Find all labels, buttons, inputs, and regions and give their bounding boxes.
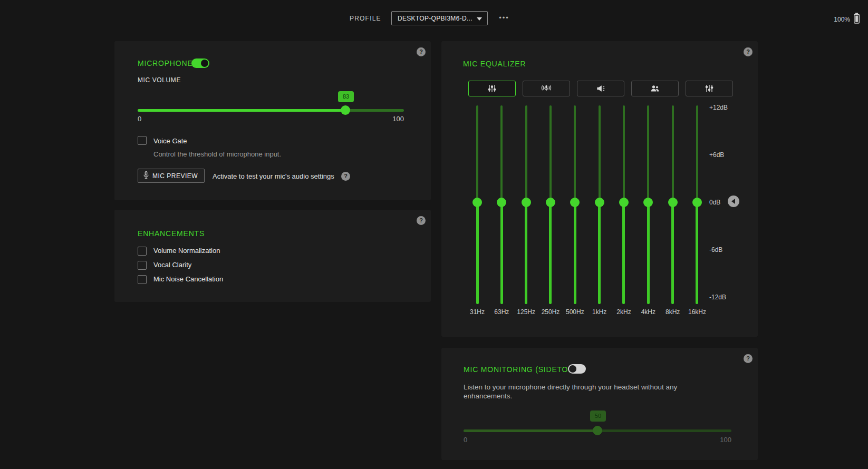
eq-band-knob-4khz[interactable] bbox=[643, 198, 653, 207]
eq-band-track[interactable] bbox=[672, 105, 674, 202]
voice-gate-label[interactable]: Voice Gate bbox=[153, 136, 187, 146]
eq-band-track[interactable] bbox=[549, 105, 552, 202]
voice-gate-description: Control the threshold of microphone inpu… bbox=[153, 150, 281, 158]
mic-broadcast-icon bbox=[540, 83, 553, 94]
chevron-left-icon bbox=[731, 199, 735, 204]
profile-dropdown[interactable]: DESKTOP-QPBI3M6-D... bbox=[391, 11, 488, 25]
eq-band-track[interactable] bbox=[671, 202, 674, 304]
mic-preview-hint: Activate to test your mic's audio settin… bbox=[213, 172, 334, 180]
mic-volume-max-label: 100 bbox=[383, 115, 404, 123]
battery-indicator: 100% bbox=[834, 13, 860, 26]
eq-band-knob-125hz[interactable] bbox=[522, 198, 531, 207]
eq-band-track[interactable] bbox=[647, 202, 650, 304]
chevron-down-icon bbox=[477, 17, 482, 21]
eq-band-track[interactable] bbox=[574, 202, 576, 304]
enhancements-panel-title: ENHANCEMENTS bbox=[138, 229, 205, 238]
mic-volume-slider-fill bbox=[138, 109, 345, 112]
razer-synapse-window: PROFILE DESKTOP-QPBI3M6-D... ••• 100% ? … bbox=[0, 0, 868, 469]
eq-tab-equalizer[interactable] bbox=[468, 81, 516, 96]
sliders-icon bbox=[703, 83, 715, 94]
microphone-icon bbox=[143, 171, 149, 181]
sidetone-slider-knob[interactable] bbox=[593, 426, 602, 435]
eq-db-scale-label: -12dB bbox=[709, 294, 741, 301]
mic-monitoring-description: Listen to your microphone directly throu… bbox=[464, 383, 717, 400]
profile-label: PROFILE bbox=[350, 15, 381, 22]
battery-icon bbox=[853, 13, 860, 26]
checkbox-label: Mic Noise Cancellation bbox=[153, 275, 223, 284]
mic-preview-button[interactable]: MIC PREVIEW bbox=[138, 169, 205, 183]
enhancement-volume-normalization[interactable]: Volume Normalization bbox=[138, 246, 220, 256]
eq-band-knob-16khz[interactable] bbox=[692, 198, 702, 207]
equalizer-icon bbox=[486, 83, 498, 94]
mic-volume-label: MIC VOLUME bbox=[138, 76, 181, 84]
eq-band-track[interactable] bbox=[500, 202, 503, 304]
eq-band-track[interactable] bbox=[500, 105, 503, 202]
voice-gate-checkbox[interactable] bbox=[138, 136, 147, 145]
people-icon bbox=[649, 83, 661, 94]
mic-equalizer-panel: ? MIC EQUALIZER 31Hz63Hz125Hz250Hz500Hz1… bbox=[441, 41, 758, 337]
checkbox[interactable] bbox=[138, 261, 147, 270]
eq-band-knob-8khz[interactable] bbox=[668, 198, 678, 207]
eq-band-knob-31hz[interactable] bbox=[472, 198, 482, 207]
enhancements-panel: ? ENHANCEMENTS Volume NormalizationVocal… bbox=[114, 210, 431, 302]
eq-band-knob-500hz[interactable] bbox=[570, 198, 580, 207]
sidetone-value-badge: 50 bbox=[590, 411, 606, 422]
help-icon[interactable]: ? bbox=[744, 47, 753, 56]
eq-tab-sliders[interactable] bbox=[686, 81, 733, 96]
eq-band-knob-1khz[interactable] bbox=[595, 198, 604, 207]
megaphone-icon bbox=[595, 83, 606, 94]
eq-band-track[interactable] bbox=[476, 105, 478, 202]
eq-db-scale-label: +6dB bbox=[709, 151, 741, 159]
profile-dropdown-value: DESKTOP-QPBI3M6-D... bbox=[398, 15, 472, 22]
mic-volume-value-badge: 83 bbox=[338, 91, 354, 102]
eq-band-track[interactable] bbox=[525, 202, 527, 304]
mic-volume-slider-knob[interactable] bbox=[341, 105, 350, 115]
sidetone-max-label: 100 bbox=[710, 436, 731, 444]
sidetone-min-label: 0 bbox=[464, 436, 467, 444]
mic-equalizer-panel-title: MIC EQUALIZER bbox=[463, 59, 526, 69]
checkbox-label: Volume Normalization bbox=[153, 246, 220, 256]
help-icon[interactable]: ? bbox=[417, 216, 426, 225]
eq-db-scale-label: -6dB bbox=[709, 246, 741, 253]
sidetone-slider[interactable] bbox=[464, 429, 731, 432]
eq-tab-megaphone[interactable] bbox=[577, 81, 624, 96]
checkbox[interactable] bbox=[138, 247, 147, 256]
checkbox-label: Vocal Clarity bbox=[153, 260, 191, 270]
microphone-panel: ? MICROPHONE MIC VOLUME 83 0 100 Voice G… bbox=[114, 41, 431, 200]
eq-db-scale-label: +12dB bbox=[709, 104, 741, 111]
eq-tab-people[interactable] bbox=[631, 81, 679, 96]
eq-band-track[interactable] bbox=[623, 105, 625, 202]
help-icon[interactable]: ? bbox=[417, 47, 426, 56]
mic-volume-min-label: 0 bbox=[138, 115, 141, 123]
mic-volume-slider[interactable] bbox=[138, 109, 404, 112]
eq-band-track[interactable] bbox=[549, 202, 552, 304]
eq-band-knob-63hz[interactable] bbox=[497, 198, 506, 207]
collapse-scale-button[interactable] bbox=[728, 196, 739, 207]
enhancement-mic-noise-cancellation[interactable]: Mic Noise Cancellation bbox=[138, 275, 223, 284]
eq-band-track[interactable] bbox=[476, 202, 479, 304]
eq-band-track[interactable] bbox=[574, 105, 576, 202]
eq-band-track[interactable] bbox=[622, 202, 625, 304]
checkbox[interactable] bbox=[138, 275, 147, 284]
microphone-toggle[interactable] bbox=[191, 58, 209, 68]
mic-preview-button-label: MIC PREVIEW bbox=[152, 172, 198, 180]
eq-band-track[interactable] bbox=[647, 105, 649, 202]
battery-percent: 100% bbox=[834, 16, 850, 23]
profile-more-button[interactable]: ••• bbox=[496, 14, 512, 22]
eq-band-knob-250hz[interactable] bbox=[546, 198, 555, 207]
eq-band-track[interactable] bbox=[599, 105, 601, 202]
enhancement-vocal-clarity[interactable]: Vocal Clarity bbox=[138, 260, 191, 270]
help-icon[interactable]: ? bbox=[744, 354, 753, 363]
eq-band-knob-2khz[interactable] bbox=[619, 198, 629, 207]
help-icon[interactable]: ? bbox=[341, 172, 350, 181]
mic-monitoring-toggle[interactable] bbox=[568, 364, 586, 374]
eq-band-track[interactable] bbox=[696, 105, 698, 202]
eq-band-track[interactable] bbox=[525, 105, 527, 202]
eq-band-track[interactable] bbox=[598, 202, 601, 304]
toggle-knob bbox=[201, 60, 208, 67]
mic-monitoring-panel: ? MIC MONITORING (SIDETONE) Listen to yo… bbox=[441, 348, 758, 460]
eq-tab-mic-broadcast[interactable] bbox=[523, 81, 570, 96]
eq-freq-label: 16kHz bbox=[681, 308, 713, 316]
eq-band-track[interactable] bbox=[696, 202, 698, 304]
toggle-knob bbox=[569, 365, 576, 373]
